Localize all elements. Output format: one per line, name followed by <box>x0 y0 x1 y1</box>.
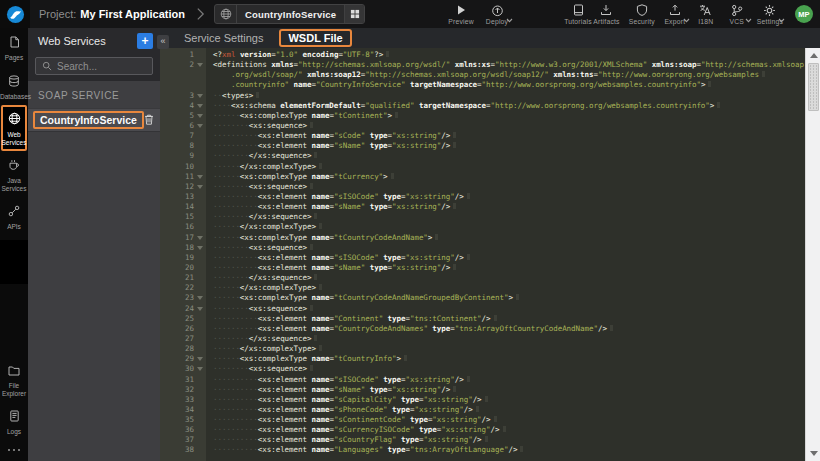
gutter-cell[interactable]: 3 <box>160 91 206 101</box>
code-line[interactable]: 24········<xs:sequence> <box>160 304 805 314</box>
code-line[interactable]: 6········<xs:sequence> <box>160 121 805 131</box>
code-text[interactable]: ··········<xs:element name="sCode" type=… <box>206 131 805 141</box>
gutter-cell[interactable]: 8 <box>160 141 206 151</box>
code-text[interactable]: ······<xs:complexType name="tCurrency"> <box>206 172 805 182</box>
gutter-cell[interactable]: 15 <box>160 212 206 222</box>
gutter-cell[interactable]: 30 <box>160 364 206 374</box>
code-text[interactable]: ········</xs:sequence> <box>206 334 805 344</box>
code-text[interactable]: ··········<xs:element name="sISOCode" ty… <box>206 375 805 385</box>
code-line[interactable]: 17······<xs:complexType name="tCountryCo… <box>160 233 805 243</box>
code-text[interactable]: ········<xs:sequence> <box>206 182 805 192</box>
code-line[interactable]: .org/wsdl/soap/" xmlns:soap12="http://sc… <box>160 70 805 80</box>
code-line[interactable]: 11······<xs:complexType name="tCurrency"… <box>160 172 805 182</box>
gutter-cell[interactable]: 19 <box>160 253 206 263</box>
code-text[interactable]: ··········<xs:element name="sPhoneCode" … <box>206 405 805 415</box>
nav-rail-item-apis[interactable]: APIs <box>0 197 28 236</box>
gutter-cell[interactable]: 14 <box>160 202 206 212</box>
editor-scrollbar[interactable] <box>805 48 820 461</box>
fold-toggle-icon[interactable] <box>197 104 203 108</box>
scroll-down-arrow-icon[interactable] <box>810 451 818 456</box>
code-text[interactable]: ······</xs:complexType> <box>206 283 805 293</box>
code-line[interactable]: 22······</xs:complexType> <box>160 283 805 293</box>
search-input[interactable]: Search... <box>35 57 153 75</box>
gutter-cell[interactable]: 31 <box>160 375 206 385</box>
gutter-cell[interactable]: 16 <box>160 222 206 232</box>
code-text[interactable]: ········<xs:sequence> <box>206 243 805 253</box>
code-line[interactable]: 10······</xs:complexType> <box>160 162 805 172</box>
topbar-action-deploy[interactable]: Deploy <box>486 4 508 25</box>
gutter-cell[interactable]: 5 <box>160 111 206 121</box>
topbar-action-security[interactable]: Security <box>629 4 655 25</box>
code-line[interactable]: 25··········<xs:element name="Continent"… <box>160 314 805 324</box>
delete-service-icon[interactable] <box>144 111 154 129</box>
gutter-cell[interactable]: 1 <box>160 50 206 60</box>
gutter-cell[interactable] <box>160 70 206 80</box>
gutter-cell[interactable]: 38 <box>160 445 206 455</box>
code-text[interactable]: ··········<xs:element name="sISOCode" ty… <box>206 192 805 202</box>
gutter-cell[interactable]: 36 <box>160 425 206 435</box>
code-text[interactable]: .countryinfo" name="CountryInfoService" … <box>206 80 805 90</box>
code-line[interactable]: 37··········<xs:element name="sCountryFl… <box>160 435 805 445</box>
code-line[interactable]: 1<?xml version="1.0" encoding="UTF-8"?> <box>160 50 805 60</box>
code-text[interactable]: ··········<xs:element name="sName" type=… <box>206 263 805 273</box>
code-line[interactable]: 3··<types> <box>160 91 805 101</box>
tab-wsdl-file[interactable]: WSDL File <box>279 29 351 47</box>
grid-icon[interactable] <box>344 5 364 23</box>
code-line[interactable]: 18········<xs:sequence> <box>160 243 805 253</box>
code-line[interactable]: 31··········<xs:element name="sISOCode" … <box>160 375 805 385</box>
scroll-up-arrow-icon[interactable] <box>810 53 818 58</box>
code-line[interactable]: 16······</xs:complexType> <box>160 222 805 232</box>
gutter-cell[interactable]: 6 <box>160 121 206 131</box>
code-line[interactable]: 12········<xs:sequence> <box>160 182 805 192</box>
code-text[interactable]: ··········<xs:element name="sCountryFlag… <box>206 435 805 445</box>
code-text[interactable]: ····<xs:schema elementFormDefault="quali… <box>206 101 805 111</box>
more-options-icon[interactable] <box>0 441 28 461</box>
code-line[interactable]: 27········</xs:sequence> <box>160 334 805 344</box>
code-text[interactable]: ··········<xs:element name="sContinentCo… <box>206 415 805 425</box>
topbar-action-preview[interactable]: Preview <box>448 4 474 25</box>
code-line[interactable]: 34··········<xs:element name="sPhoneCode… <box>160 405 805 415</box>
code-line[interactable]: 32··········<xs:element name="sName" typ… <box>160 385 805 395</box>
code-line[interactable]: 38··········<xs:element name="Languages"… <box>160 445 805 455</box>
code-line[interactable]: 15········</xs:sequence> <box>160 212 805 222</box>
code-text[interactable]: ··········<xs:element name="sName" type=… <box>206 141 805 151</box>
nav-rail-item-web-services[interactable]: Web Services <box>1 105 27 151</box>
gutter-cell[interactable]: 35 <box>160 415 206 425</box>
code-text[interactable]: ··········<xs:element name="sCapitalCity… <box>206 395 805 405</box>
code-text[interactable]: ······</xs:complexType> <box>206 344 805 354</box>
code-text[interactable]: ··········<xs:element name="Continent" t… <box>206 314 805 324</box>
code-line[interactable]: 35··········<xs:element name="sContinent… <box>160 415 805 425</box>
code-text[interactable]: .org/wsdl/soap/" xmlns:soap12="http://sc… <box>206 70 805 80</box>
fold-toggle-icon[interactable] <box>197 236 203 240</box>
code-line[interactable]: 14··········<xs:element name="sName" typ… <box>160 202 805 212</box>
code-text[interactable]: ··········<xs:element name="sName" type=… <box>206 385 805 395</box>
fold-toggle-icon[interactable] <box>197 124 203 128</box>
nav-rail-item-file-explorer[interactable]: File Explorer <box>0 356 28 402</box>
code-line[interactable]: 36··········<xs:element name="sCurrencyI… <box>160 425 805 435</box>
code-line[interactable]: 13··········<xs:element name="sISOCode" … <box>160 192 805 202</box>
fold-toggle-icon[interactable] <box>197 367 203 371</box>
fold-toggle-icon[interactable] <box>197 185 203 189</box>
topbar-action-artifacts[interactable]: Artifacts <box>593 4 619 25</box>
code-text[interactable]: <?xml version="1.0" encoding="UTF-8"?> <box>206 50 805 60</box>
code-line[interactable]: 4····<xs:schema elementFormDefault="qual… <box>160 101 805 111</box>
code-line[interactable]: 2<definitions xmlns="http://schemas.xmls… <box>160 60 805 70</box>
code-line[interactable]: 28······</xs:complexType> <box>160 344 805 354</box>
code-text[interactable]: ········<xs:sequence> <box>206 121 805 131</box>
fold-toggle-icon[interactable] <box>197 63 203 67</box>
service-list-item[interactable]: CountryInfoService <box>28 108 160 132</box>
code-line[interactable]: 20··········<xs:element name="sName" typ… <box>160 263 805 273</box>
gutter-cell[interactable]: 9 <box>160 151 206 161</box>
nav-rail-item-logs[interactable]: Logs <box>0 402 28 441</box>
nav-rail-item-databases[interactable]: Databases <box>0 67 28 106</box>
gutter-cell[interactable]: 33 <box>160 395 206 405</box>
code-text[interactable]: ······<xs:complexType name="tContinent"> <box>206 111 805 121</box>
code-text[interactable]: ··········<xs:element name="sCurrencyISO… <box>206 425 805 435</box>
gutter-cell[interactable]: 17 <box>160 233 206 243</box>
code-line[interactable]: 21········</xs:sequence> <box>160 273 805 283</box>
gutter-cell[interactable]: 29 <box>160 354 206 364</box>
app-logo-icon[interactable] <box>0 0 30 28</box>
code-text[interactable]: ··<types> <box>206 91 805 101</box>
code-line[interactable]: 7··········<xs:element name="sCode" type… <box>160 131 805 141</box>
project-name[interactable]: My First Application <box>80 8 185 20</box>
